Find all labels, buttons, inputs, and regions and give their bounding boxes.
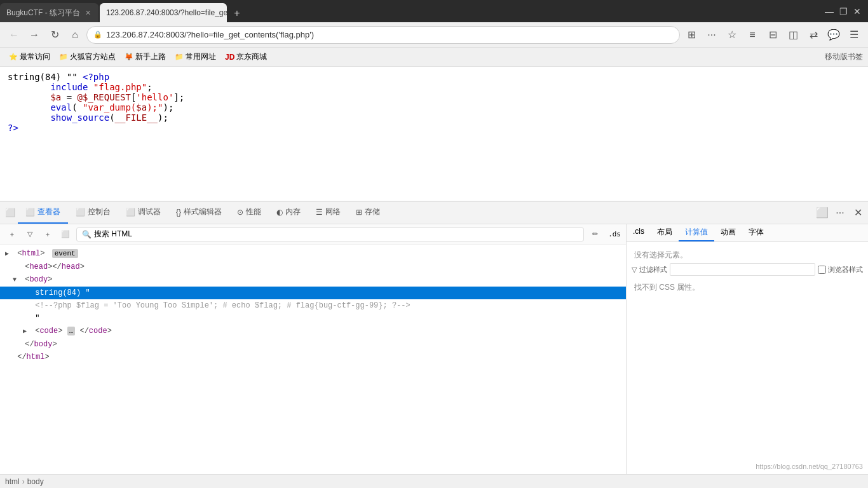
- devtools-tabs: ⬜ 查看器 ⬜ 控制台 ⬜ 调试器 {} 样式编辑器: [18, 201, 815, 224]
- body-node[interactable]: ▼ <body>: [0, 273, 626, 287]
- performance-label: 性能: [246, 207, 261, 217]
- comment-node[interactable]: <!--?php $flag = 'Too Young Too Simple';…: [0, 299, 626, 312]
- lock-icon: 🔒: [93, 30, 102, 39]
- bookmark-frequent[interactable]: ⭐ 最常访问: [5, 50, 54, 64]
- debugger-icon: ⬜: [126, 208, 135, 217]
- code-node[interactable]: ▶ <code> … </code>: [0, 325, 626, 338]
- close-button[interactable]: ✕: [853, 7, 862, 16]
- browser-styles-checkbox[interactable]: [818, 266, 826, 274]
- tab-bugku[interactable]: BugkuCTF - 练习平台 ✕: [0, 3, 98, 22]
- head-node[interactable]: <head></head>: [0, 261, 626, 273]
- bookmark-firefox-icon: 📁: [59, 53, 68, 61]
- tab-current[interactable]: 123.206.87.240:8003/?hello=file_ge... ✕: [100, 3, 227, 22]
- devtools-tab-network[interactable]: ☰ 网络: [308, 201, 348, 224]
- mobile-bookmark[interactable]: 移动版书签: [825, 51, 863, 62]
- more-button[interactable]: ···: [703, 26, 721, 44]
- tab-current-label: 123.206.87.240:8003/?hello=file_ge...: [106, 8, 227, 17]
- string84-node[interactable]: string(84) ": [0, 287, 626, 299]
- quote-node[interactable]: ": [0, 312, 626, 325]
- pick-element-button[interactable]: ⬜: [58, 227, 72, 241]
- tab-strip: BugkuCTF - 练习平台 ✕ 123.206.87.240:8003/?h…: [0, 0, 825, 22]
- bookmark-newuser[interactable]: 🦊 新手上路: [121, 50, 170, 64]
- status-bar: html › body: [0, 474, 868, 488]
- devtools-tab-style-editor[interactable]: {} 样式编辑器: [168, 201, 229, 224]
- reload-button[interactable]: ↻: [46, 26, 64, 44]
- devtools-more-button[interactable]: ···: [832, 205, 848, 220]
- devtools-tab-inspector-active[interactable]: ⬜ 查看器: [18, 201, 68, 224]
- edit-html-button[interactable]: ✏: [588, 227, 602, 241]
- back-button[interactable]: ←: [5, 26, 23, 44]
- elements-toolbar: + ▽ + ⬜ 🔍 搜索 HTML ✏ .ds: [0, 224, 626, 245]
- right-tab-fonts[interactable]: 字体: [742, 224, 770, 241]
- search-html-box[interactable]: 🔍 搜索 HTML: [76, 227, 584, 241]
- devtools-body: + ▽ + ⬜ 🔍 搜索 HTML ✏ .ds: [0, 224, 868, 474]
- home-button[interactable]: ⌂: [66, 26, 84, 44]
- breadcrumb-html[interactable]: html: [5, 477, 20, 486]
- network-icon: ☰: [316, 208, 323, 217]
- bookmark-frequent-label: 最常访问: [20, 51, 50, 62]
- bookmarks-icon[interactable]: ⊞: [682, 26, 700, 44]
- filter-input[interactable]: [670, 263, 815, 276]
- console-icon: ⬜: [76, 208, 85, 217]
- filter-element-button[interactable]: ▽: [23, 227, 37, 241]
- inspector-active-label: 查看器: [37, 207, 60, 217]
- new-tab-button[interactable]: +: [228, 4, 246, 22]
- devtools-close-button[interactable]: ✕: [850, 205, 865, 220]
- devtools-inspect-button[interactable]: ⬜: [3, 205, 18, 220]
- devtools-tab-storage[interactable]: ⊞ 存储: [348, 201, 388, 224]
- address-bar[interactable]: 🔒 123.206.87.240:8003/?hello=file_get_co…: [86, 26, 680, 44]
- devtools: ⬜ ⬜ 查看器 ⬜ 控制台 ⬜ 调试器: [0, 201, 868, 474]
- menu-button[interactable]: ☰: [845, 26, 863, 44]
- php-line-2: include "flag.php";: [8, 82, 860, 92]
- css-label: .ds: [608, 230, 621, 238]
- html-node[interactable]: ▶ <html> event: [0, 247, 626, 261]
- right-tabs: .cls 布局 计算值 动画 字体: [627, 224, 868, 242]
- tab-bugku-label: BugkuCTF - 练习平台: [6, 8, 80, 18]
- reader-icon2[interactable]: ⊟: [764, 26, 782, 44]
- php-line-1: string(84) "" <?php: [8, 72, 860, 82]
- body-close-node[interactable]: </body>: [0, 338, 626, 351]
- tab-bugku-close[interactable]: ✕: [84, 8, 92, 18]
- breadcrumb-body[interactable]: body: [27, 477, 44, 486]
- devtools-controls: ⬜ ··· ✕: [815, 205, 865, 220]
- devtools-tab-debugger[interactable]: ⬜ 调试器: [118, 201, 168, 224]
- html-close-node[interactable]: </html>: [0, 351, 626, 363]
- add-element-button[interactable]: +: [5, 227, 19, 241]
- right-tab-computed[interactable]: 计算值: [679, 224, 714, 241]
- code-expand-arrow: ▶: [23, 326, 31, 337]
- page-content: string(84) "" <?php include "flag.php"; …: [0, 67, 868, 474]
- star-button[interactable]: ☆: [723, 26, 741, 44]
- sync-icon[interactable]: ⇄: [804, 26, 822, 44]
- add-node-button[interactable]: +: [41, 227, 55, 241]
- browser-styles-checkbox-container: 浏览器样式: [818, 265, 863, 274]
- inspector-active-icon: ⬜: [25, 208, 35, 217]
- minimize-button[interactable]: —: [825, 7, 834, 16]
- devtools-dock-button[interactable]: ⬜: [815, 205, 830, 220]
- bookmarks-bar: ⭐ 最常访问 📁 火狐官方站点 🦊 新手上路 📁 常用网址 JD 京东商城 移动…: [0, 48, 868, 67]
- devtools-tab-console[interactable]: ⬜ 控制台: [68, 201, 118, 224]
- forward-button[interactable]: →: [25, 26, 43, 44]
- right-tab-animation[interactable]: 动画: [714, 224, 742, 241]
- bookmark-common[interactable]: 📁 常用网址: [171, 50, 220, 64]
- reader-view[interactable]: ≡: [743, 26, 761, 44]
- bookmark-jd[interactable]: JD 京东商城: [221, 50, 271, 64]
- console-label: 控制台: [88, 207, 111, 217]
- bookmark-newuser-label: 新手上路: [135, 51, 166, 62]
- screenshot-icon[interactable]: ◫: [784, 26, 802, 44]
- devtools-tab-memory[interactable]: ◐ 内存: [269, 201, 308, 224]
- filter-row: ▽ 过滤样式 浏览器样式: [632, 263, 863, 276]
- address-text: 123.206.87.240:8003/?hello=file_get_cont…: [106, 30, 673, 39]
- storage-label: 存储: [365, 207, 380, 217]
- debugger-label: 调试器: [138, 207, 161, 217]
- message-icon[interactable]: 💬: [825, 26, 843, 44]
- devtools-tab-performance[interactable]: ⊙ 性能: [229, 201, 269, 224]
- maximize-button[interactable]: ❐: [839, 7, 848, 16]
- no-selection-text: 没有选择元素。: [632, 247, 863, 263]
- browser-styles-label: 浏览器样式: [828, 265, 863, 274]
- right-tab-cls[interactable]: .cls: [627, 224, 651, 241]
- window-controls: — ❐ ✕: [825, 7, 868, 16]
- right-tab-layout[interactable]: 布局: [651, 224, 679, 241]
- html-tree: ▶ <html> event <head></head> ▼ <body: [0, 245, 626, 474]
- bookmark-firefox[interactable]: 📁 火狐官方站点: [55, 50, 119, 64]
- php-line-4: eval( "var_dump($a);");: [8, 102, 860, 112]
